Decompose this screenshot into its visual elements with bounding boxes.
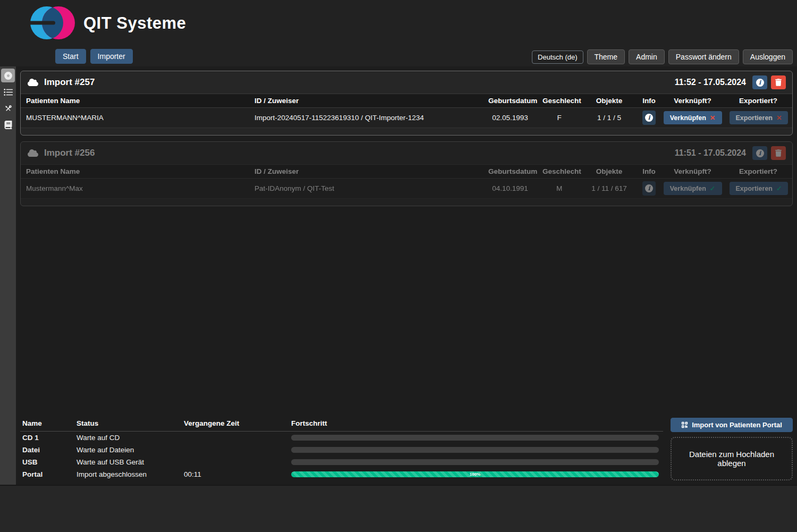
patient-objects: 1 / 1 / 5 [581, 111, 637, 124]
import-257-title-row: Import #257 [27, 77, 95, 88]
cross-icon: ✕ [776, 114, 782, 122]
device-status: Warte auf Dateien [74, 444, 182, 456]
import-panel-256: Import #256 11:51 - 17.05.2024 i [20, 141, 793, 206]
import-256-title-row: Import #256 [27, 148, 95, 158]
cross-icon: ✕ [710, 114, 715, 122]
col-objects: Objekte [581, 165, 637, 178]
device-status: Warte auf CD [74, 432, 182, 444]
col-patient: Patienten Name [21, 165, 249, 178]
check-icon: ✓ [710, 185, 715, 192]
import-257-title: Import #257 [44, 77, 95, 88]
tools-icon[interactable] [1, 102, 15, 115]
progress-bar [291, 459, 659, 465]
device-elapsed [182, 460, 289, 465]
sidebar [0, 66, 16, 485]
col-info: Info [637, 94, 661, 107]
device-table-header: Name Status Vergangene Zeit Fortschritt [20, 418, 663, 432]
link-button[interactable]: Verknüpfen✓ [664, 182, 722, 195]
col-linked: Verknüpft? [661, 165, 724, 178]
main-nav: Start Importer [55, 49, 133, 64]
patient-info-button[interactable]: i [642, 181, 656, 196]
device-status-table: Name Status Vergangene Zeit Fortschritt … [20, 418, 663, 480]
col-objects: Objekte [581, 94, 637, 107]
main-content: Import #257 11:52 - 17.05.2024 i [16, 66, 797, 485]
patient-id-zuweiser: Import-20240517-115223619310 / QIT-Impor… [249, 111, 483, 124]
disc-icon[interactable] [1, 69, 15, 82]
list-icon[interactable] [1, 85, 15, 99]
progress-bar: 100% [291, 471, 659, 477]
device-status: Warte auf USB Gerät [74, 456, 182, 468]
patient-name: MUSTERMANN^MARIA [21, 111, 249, 124]
import-256-title: Import #256 [44, 148, 95, 158]
device-elapsed [182, 436, 289, 440]
import-257-table-header: Patienten Name ID / Zuweiser Geburtsdatu… [21, 94, 792, 108]
cloud-icon [27, 78, 39, 87]
link-button[interactable]: Verknüpfen✕ [664, 111, 722, 124]
device-name: USB [20, 456, 74, 468]
info-icon: i [756, 79, 764, 87]
patient-info-button[interactable]: i [642, 111, 656, 125]
import-256-delete-button[interactable] [771, 146, 786, 160]
import-256-timestamp: 11:51 - 17.05.2024 [675, 148, 746, 158]
brand-title: QIT Systeme [83, 14, 186, 33]
col-exported: Exportiert? [724, 165, 792, 178]
import-257-timestamp: 11:52 - 17.05.2024 [675, 78, 746, 87]
col-device-status: Status [74, 418, 182, 432]
import-256-patient-row: Mustermann^Max Pat-IDAnonym / QIT-Test 0… [21, 179, 792, 199]
device-row-file: Datei Warte auf Dateien [20, 444, 663, 456]
book-icon[interactable] [1, 118, 15, 132]
change-password-button[interactable]: Passwort ändern [668, 49, 739, 64]
upload-column: Import von Patienten Portal Dateien zum … [671, 418, 793, 480]
cloud-icon [27, 149, 39, 157]
info-icon: i [645, 184, 653, 192]
import-257-delete-button[interactable] [771, 75, 786, 89]
device-elapsed: 00:11 [182, 468, 289, 480]
nav-start-button[interactable]: Start [55, 49, 86, 64]
patient-sex: M [537, 182, 581, 195]
patient-id-zuweiser: Pat-IDAnonym / QIT-Test [249, 182, 483, 195]
import-257-patient-row: MUSTERMANN^MARIA Import-20240517-1152236… [21, 108, 792, 128]
logout-button[interactable]: Ausloggen [743, 49, 793, 64]
patient-birthdate: 02.05.1993 [483, 111, 537, 124]
topbar-actions: Deutsch (de) Theme Admin Passwort ändern… [532, 49, 793, 64]
col-device-name: Name [20, 418, 74, 432]
progress-bar [291, 435, 659, 441]
col-birthdate: Geburtsdatum [483, 94, 537, 107]
nav-importer-button[interactable]: Importer [90, 49, 133, 64]
col-id-zuweiser: ID / Zuweiser [249, 94, 483, 107]
qit-logo-icon [28, 5, 77, 41]
admin-button[interactable]: Admin [629, 49, 665, 64]
app-window: QIT Systeme Start Importer Deutsch (de) … [0, 0, 797, 532]
device-name: Datei [20, 444, 74, 456]
device-row-portal: Portal Import abgeschlossen 00:11 100% [20, 468, 663, 480]
footer [0, 485, 797, 532]
device-name: Portal [20, 468, 74, 480]
device-name: CD 1 [20, 432, 74, 444]
col-linked: Verknüpft? [661, 94, 724, 107]
import-sources-section: Name Status Vergangene Zeit Fortschritt … [20, 418, 793, 480]
dropzone-label: Dateien zum Hochladen ablegen [677, 450, 786, 468]
brand-logo: QIT Systeme [28, 5, 186, 41]
portal-import-button[interactable]: Import von Patienten Portal [671, 418, 793, 432]
check-icon: ✓ [776, 185, 782, 192]
patient-sex: F [537, 111, 581, 124]
col-birthdate: Geburtsdatum [483, 165, 537, 178]
col-id-zuweiser: ID / Zuweiser [249, 165, 483, 178]
export-button[interactable]: Exportieren✕ [730, 111, 788, 124]
export-button[interactable]: Exportieren✓ [730, 182, 788, 195]
col-patient: Patienten Name [21, 94, 249, 107]
language-select[interactable]: Deutsch (de) [532, 50, 583, 64]
qr-code-icon [681, 421, 688, 428]
import-256-info-button[interactable]: i [752, 146, 767, 160]
import-256-table-header: Patienten Name ID / Zuweiser Geburtsdatu… [21, 164, 792, 179]
header: QIT Systeme Start Importer Deutsch (de) … [0, 0, 797, 66]
info-icon: i [756, 149, 764, 157]
trash-icon [775, 149, 782, 157]
theme-button[interactable]: Theme [587, 49, 625, 64]
file-dropzone[interactable]: Dateien zum Hochladen ablegen [671, 437, 793, 480]
info-icon: i [645, 114, 653, 122]
import-257-info-button[interactable]: i [752, 75, 767, 89]
device-status: Import abgeschlossen [74, 468, 182, 480]
progress-label: 100% [291, 471, 659, 477]
col-device-progress: Fortschritt [289, 418, 663, 432]
